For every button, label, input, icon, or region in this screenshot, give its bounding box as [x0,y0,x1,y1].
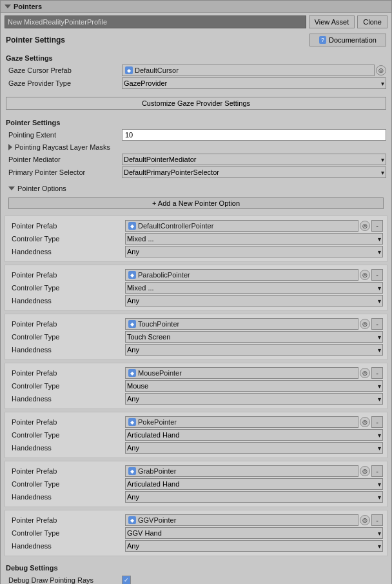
prefab-icon-3: ◆ [128,369,136,377]
controller-type-dropdown-3[interactable]: Mouse [125,380,383,392]
prefab-minus-btn-5[interactable]: - [371,465,383,477]
controller-type-dropdown-0[interactable]: Mixed ... [125,233,383,245]
controller-type-dropdown-4[interactable]: Articulated Hand [125,429,383,441]
prefab-icon-2: ◆ [128,320,136,328]
prefab-minus-btn-2[interactable]: - [371,318,383,330]
controller-type-dropdown-5[interactable]: Articulated Hand [125,478,383,490]
controller-type-row-3: Controller Type Mouse [9,380,383,392]
prefab-field-0: ◆ DefaultControllerPointer [125,220,358,232]
controller-type-label-1: Controller Type [9,284,125,292]
pointer-settings-header-row: Pointer Settings ? Documentation [1,31,391,49]
gaze-cursor-prefab-field: ◆ DefaultCursor [122,65,375,76]
prefab-circle-btn-4[interactable]: ◎ [360,417,370,427]
handedness-dropdown-4[interactable]: Any [125,442,383,454]
prefab-row-3: Pointer Prefab ◆ MousePointer ◎ - [9,367,383,379]
handedness-dropdown-0[interactable]: Any [125,246,383,257]
primary-pointer-selector-value: DefaultPrimaryPointerSelector [122,166,386,178]
handedness-row-6: Handedness Any [9,540,383,552]
gaze-provider-type-value: GazeProvider [122,77,386,89]
controller-type-label-5: Controller Type [9,480,125,488]
prefab-minus-btn-3[interactable]: - [371,367,383,379]
customize-gaze-button[interactable]: Customize Gaze Provider Settings [6,97,386,110]
add-pointer-button[interactable]: + Add a New Pointer Option [8,197,384,209]
prefab-minus-btn-6[interactable]: - [371,514,383,526]
pointer-options-header[interactable]: Pointer Options [6,183,386,194]
prefab-circle-btn-3[interactable]: ◎ [360,368,370,378]
prefab-circle-btn-0[interactable]: ◎ [360,221,370,231]
pointer-group-3: Pointer Prefab ◆ MousePointer ◎ - Contro… [5,363,387,409]
debug-draw-pointing-rays-value: ✓ [122,576,386,584]
handedness-row-0: Handedness Any [9,246,383,257]
prefab-minus-btn-1[interactable]: - [371,269,383,281]
handedness-dropdown-5[interactable]: Any [125,491,383,503]
pointer-mediator-dropdown[interactable]: DefaultPointerMediator [122,154,386,165]
doc-icon: ? [319,36,326,44]
profile-dropdown[interactable]: New MixedRealityPointerProfile [5,15,306,28]
prefab-minus-btn-4[interactable]: - [371,416,383,428]
controller-type-dropdown-1[interactable]: Mixed ... [125,282,383,294]
prefab-label-3: Pointer Prefab [9,369,125,377]
view-asset-button[interactable]: View Asset [309,15,355,28]
prefab-row-1: Pointer Prefab ◆ ParabolicPointer ◎ - [9,269,383,281]
clone-button[interactable]: Clone [357,15,387,28]
controller-type-value-2: Touch Screen [125,331,383,343]
prefab-value-6: ◆ GGVPointer ◎ - [125,514,383,526]
top-bar: New MixedRealityPointerProfile View Asse… [1,13,391,31]
pointer-settings-subsection: Pointer Settings Pointing Extent Pointin… [1,114,391,182]
prefab-value-5: ◆ GrabPointer ◎ - [125,465,383,477]
collapse-icon[interactable] [5,5,11,8]
controller-type-dropdown-6[interactable]: GGV Hand [125,527,383,539]
controller-type-value-0: Mixed ... [125,233,383,245]
prefab-text-0: DefaultControllerPointer [138,222,213,230]
gaze-provider-type-label: Gaze Provider Type [6,79,122,87]
handedness-value-3: Any [125,393,383,405]
prefab-text-4: PokePointer [138,418,177,426]
controller-type-row-4: Controller Type Articulated Hand [9,429,383,441]
prefab-row-4: Pointer Prefab ◆ PokePointer ◎ - [9,416,383,428]
handedness-dropdown-3[interactable]: Any [125,393,383,405]
prefab-circle-btn-6[interactable]: ◎ [360,515,370,525]
pointer-settings-sub-title: Pointer Settings [6,119,386,126]
prefab-field-3: ◆ MousePointer [125,367,358,379]
gaze-provider-type-row: Gaze Provider Type GazeProvider [6,77,386,89]
primary-pointer-selector-dropdown[interactable]: DefaultPrimaryPointerSelector [122,166,386,178]
handedness-dropdown-1[interactable]: Any [125,295,383,307]
controller-type-dropdown-wrapper-5: Articulated Hand [125,478,383,490]
gaze-cursor-prefab-label: Gaze Cursor Prefab [6,66,122,74]
prefab-value-4: ◆ PokePointer ◎ - [125,416,383,428]
prefab-circle-btn-5[interactable]: ◎ [360,466,370,476]
controller-type-dropdown-2[interactable]: Touch Screen [125,331,383,343]
handedness-dropdown-2[interactable]: Any [125,344,383,356]
gaze-provider-type-dropdown[interactable]: GazeProvider [122,77,386,89]
documentation-button[interactable]: ? Documentation [309,34,386,46]
pointing-raycast-header[interactable]: Pointing Raycast Layer Masks [6,142,386,152]
gaze-cursor-circle-button[interactable]: ◎ [376,65,386,76]
debug-draw-pointing-rays-row: Debug Draw Pointing Rays ✓ [6,574,386,584]
prefab-value-0: ◆ DefaultControllerPointer ◎ - [125,220,383,232]
pointer-group-1: Pointer Prefab ◆ ParabolicPointer ◎ - Co… [5,265,387,311]
prefab-value-1: ◆ ParabolicPointer ◎ - [125,269,383,281]
primary-pointer-selector-label: Primary Pointer Selector [6,168,122,176]
prefab-label-1: Pointer Prefab [9,271,125,279]
prefab-circle-btn-1[interactable]: ◎ [360,270,370,280]
handedness-label-1: Handedness [9,297,125,305]
prefab-text-2: TouchPointer [138,320,179,328]
controller-type-value-3: Mouse [125,380,383,392]
controller-type-row-1: Controller Type Mixed ... [9,282,383,294]
pointing-extent-input[interactable] [122,129,386,141]
handedness-dropdown-6[interactable]: Any [125,540,383,552]
debug-draw-pointing-rays-checkbox[interactable]: ✓ [122,576,131,584]
pointer-options-collapse-icon [8,186,15,190]
prefab-label-4: Pointer Prefab [9,418,125,426]
panel-header: Pointers [1,1,391,13]
prefab-icon-1: ◆ [128,271,136,279]
controller-type-value-4: Articulated Hand [125,429,383,441]
debug-draw-pointing-rays-label: Debug Draw Pointing Rays [6,576,122,584]
pointers-panel: Pointers New MixedRealityPointerProfile … [0,0,392,584]
gaze-settings-title: Gaze Settings [6,54,386,62]
pointer-mediator-label: Pointer Mediator [6,156,122,163]
controller-type-dropdown-wrapper-0: Mixed ... [125,233,383,245]
pointer-group-5: Pointer Prefab ◆ GrabPointer ◎ - Control… [5,461,387,507]
prefab-minus-btn-0[interactable]: - [371,220,383,232]
prefab-circle-btn-2[interactable]: ◎ [360,319,370,329]
